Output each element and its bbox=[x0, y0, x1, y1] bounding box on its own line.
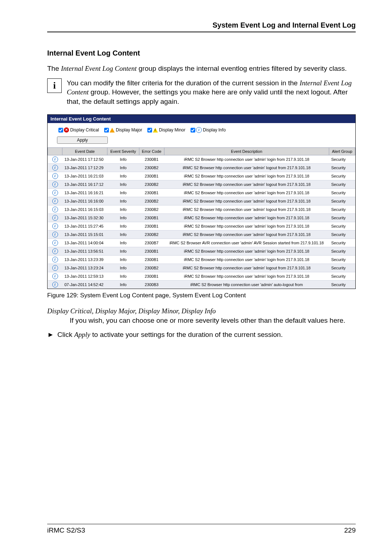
row-date: 13-Jan-2011 15:32:30 bbox=[62, 213, 107, 222]
row-severity: Info bbox=[107, 280, 139, 289]
table-row: i13-Jan-2011 15:32:30Info2300B1iRMC S2 B… bbox=[48, 213, 355, 222]
table-row: i13-Jan-2011 15:27:45Info2300B1iRMC S2 B… bbox=[48, 222, 355, 230]
footer-left: iRMC S2/S3 bbox=[47, 526, 85, 534]
filter-critical[interactable]: ✕ Display Critical bbox=[57, 127, 99, 134]
row-desc: iRMC S2 Browser http connection user 'ad… bbox=[164, 280, 329, 289]
col-code: Error Code bbox=[139, 147, 164, 155]
filter-major[interactable]: Display Major bbox=[103, 127, 142, 134]
row-date: 13-Jan-2011 16:16:00 bbox=[62, 197, 107, 205]
row-severity: Info bbox=[107, 172, 139, 180]
row-desc: iRMC S2 Browser http connection user 'ad… bbox=[164, 197, 329, 205]
table-row: i13-Jan-2011 14:00:04Info2300B7iRMC S2 B… bbox=[48, 239, 355, 247]
filter-minor-checkbox[interactable] bbox=[147, 128, 152, 133]
row-desc: iRMC S2 Browser http connection user 'ad… bbox=[164, 247, 329, 255]
filter-info[interactable]: i Display Info bbox=[189, 127, 226, 134]
row-desc: iRMC S2 Browser http connection user 'ad… bbox=[164, 222, 329, 230]
running-header: System Event Log and Internal Event Log bbox=[47, 21, 356, 32]
row-severity-icon: i bbox=[48, 205, 62, 213]
row-date: 13-Jan-2011 14:00:04 bbox=[62, 239, 107, 247]
table-row: i13-Jan-2011 13:23:39Info2300B1iRMC S2 B… bbox=[48, 255, 355, 264]
row-group: Security bbox=[329, 155, 355, 163]
table-row: i07-Jan-2011 14:52:42Info2300B3iRMC S2 B… bbox=[48, 280, 355, 289]
col-severity: Event Severity bbox=[107, 147, 139, 155]
bullet-post: to activate your settings for the durati… bbox=[90, 331, 283, 338]
row-date: 13-Jan-2011 13:23:39 bbox=[62, 255, 107, 264]
row-group: Security bbox=[329, 180, 355, 188]
row-group: Security bbox=[329, 213, 355, 222]
row-code: 2300B2 bbox=[139, 205, 164, 213]
row-code: 2300B2 bbox=[139, 180, 164, 188]
row-group: Security bbox=[329, 280, 355, 289]
info-icon: i bbox=[47, 78, 62, 93]
row-severity: Info bbox=[107, 163, 139, 172]
row-severity-icon: i bbox=[48, 230, 62, 239]
row-code: 2300B1 bbox=[139, 255, 164, 264]
row-severity: Info bbox=[107, 255, 139, 264]
info-note-text: You can modify the filter criteria for t… bbox=[67, 78, 356, 106]
row-severity: Info bbox=[107, 222, 139, 230]
bullet-marker-icon: ► bbox=[47, 330, 57, 339]
row-group: Security bbox=[329, 163, 355, 172]
row-severity-icon: i bbox=[48, 247, 62, 255]
row-severity-icon: i bbox=[48, 222, 62, 230]
row-desc: iRMC S2 Browser http connection user 'ad… bbox=[164, 155, 329, 163]
row-group: Security bbox=[329, 247, 355, 255]
intro-pre: The bbox=[47, 65, 61, 72]
bullet-pre: Click bbox=[57, 331, 74, 338]
critical-icon: ✕ bbox=[64, 127, 69, 133]
row-group: Security bbox=[329, 255, 355, 264]
row-group: Security bbox=[329, 272, 355, 280]
row-code: 2300B1 bbox=[139, 272, 164, 280]
row-desc: iRMC S2 Browser http connection user 'ad… bbox=[164, 272, 329, 280]
row-severity: Info bbox=[107, 264, 139, 272]
table-row: i13-Jan-2011 16:16:21Info2300B1iRMC S2 B… bbox=[48, 188, 355, 197]
row-desc: iRMC S2 Browser http connection user 'ad… bbox=[164, 255, 329, 264]
row-severity-icon: i bbox=[48, 188, 62, 197]
row-code: 2300B1 bbox=[139, 155, 164, 163]
filter-critical-checkbox[interactable] bbox=[58, 128, 63, 133]
intro-em: Internal Event Log Content bbox=[61, 65, 136, 72]
filter-minor[interactable]: Display Minor bbox=[146, 127, 185, 134]
row-date: 13-Jan-2011 16:16:21 bbox=[62, 188, 107, 197]
note-post: group. However, the settings you make he… bbox=[67, 88, 348, 105]
row-date: 13-Jan-2011 17:12:50 bbox=[62, 155, 107, 163]
row-code: 2300B2 bbox=[139, 264, 164, 272]
filter-major-checkbox[interactable] bbox=[104, 128, 109, 133]
col-group: Alert Group bbox=[329, 147, 355, 155]
bullet-em: Apply bbox=[74, 331, 90, 338]
table-row: i13-Jan-2011 13:56:51Info2300B1iRMC S2 B… bbox=[48, 247, 355, 255]
col-date: Event Date bbox=[62, 147, 107, 155]
row-severity-icon: i bbox=[48, 172, 62, 180]
apply-button[interactable]: Apply bbox=[57, 137, 108, 144]
row-severity: Info bbox=[107, 213, 139, 222]
row-severity: Info bbox=[107, 180, 139, 188]
row-code: 2300B1 bbox=[139, 188, 164, 197]
row-group: Security bbox=[329, 264, 355, 272]
bullet-item: ► Click Apply to activate your settings … bbox=[47, 330, 356, 339]
page-footer: iRMC S2/S3 229 bbox=[47, 524, 356, 534]
row-severity-icon: i bbox=[48, 163, 62, 172]
row-severity-icon: i bbox=[48, 239, 62, 247]
row-desc: iRMC S2 Browser http connection user 'ad… bbox=[164, 172, 329, 180]
col-icon bbox=[48, 147, 62, 155]
info-severity-icon: i bbox=[196, 127, 202, 133]
bullet-text: Click Apply to activate your settings fo… bbox=[57, 330, 283, 339]
row-severity: Info bbox=[107, 197, 139, 205]
filter-minor-label: Display Minor bbox=[159, 127, 185, 133]
major-icon bbox=[110, 128, 115, 133]
filter-info-checkbox[interactable] bbox=[191, 128, 195, 133]
row-code: 2300B2 bbox=[139, 197, 164, 205]
row-desc: iRMC S2 Browser http connection user 'ad… bbox=[164, 180, 329, 188]
row-code: 2300B1 bbox=[139, 172, 164, 180]
note-pre: You can modify the filter criteria for t… bbox=[67, 79, 299, 87]
row-date: 13-Jan-2011 16:17:12 bbox=[62, 180, 107, 188]
row-date: 13-Jan-2011 15:27:45 bbox=[62, 222, 107, 230]
row-group: Security bbox=[329, 172, 355, 180]
table-row: i13-Jan-2011 16:17:12Info2300B2iRMC S2 B… bbox=[48, 180, 355, 188]
table-row: i13-Jan-2011 15:15:01Info2300B2iRMC S2 B… bbox=[48, 230, 355, 239]
table-row: i13-Jan-2011 12:59:13Info2300B1iRMC S2 B… bbox=[48, 272, 355, 280]
row-severity-icon: i bbox=[48, 272, 62, 280]
event-table: Event Date Event Severity Error Code Eve… bbox=[48, 147, 355, 289]
row-code: 2300B3 bbox=[139, 280, 164, 289]
panel-title: Internal Event Log Content bbox=[48, 115, 355, 123]
